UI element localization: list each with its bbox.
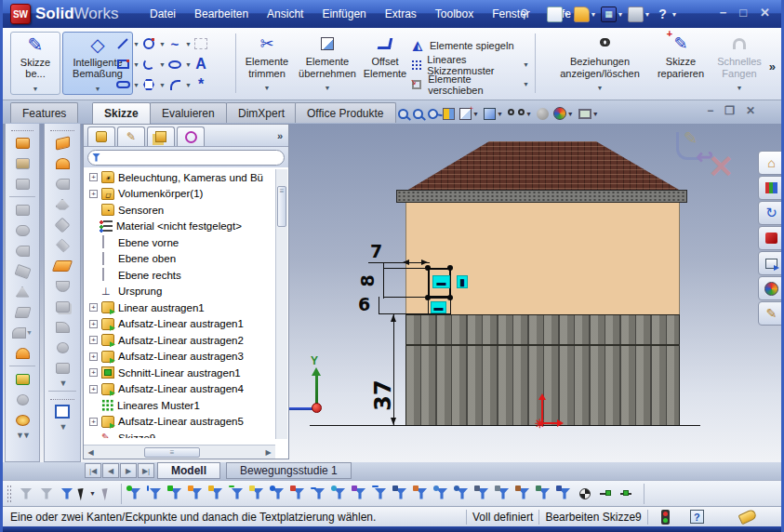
- zoom-to-fit-button[interactable]: [397, 108, 409, 120]
- help-button[interactable]: ?▼: [654, 4, 679, 24]
- filter-balloons-button[interactable]: [452, 484, 472, 504]
- menu-ansicht[interactable]: Ansicht: [258, 4, 312, 24]
- tree-item-right-plane[interactable]: Ebene rechts: [84, 267, 288, 284]
- ribbon-overflow-button[interactable]: »: [769, 60, 776, 73]
- filter-gtols-button[interactable]: [472, 484, 493, 504]
- fillet-dropdown[interactable]: ▼: [185, 82, 193, 88]
- scene-button[interactable]: ▼: [578, 108, 600, 120]
- filter-sketch-points-button[interactable]: [268, 484, 288, 504]
- new-document-button[interactable]: ▼: [546, 4, 571, 24]
- tree-item-boss-extrude1[interactable]: Aufsatz-Linear austragen1: [84, 316, 288, 333]
- offset-entities-button[interactable]: OffsetElemente: [362, 32, 408, 95]
- menu-extras[interactable]: Extras: [376, 4, 426, 24]
- features-toolbar-expand-chevron[interactable]: ▼▼: [6, 431, 39, 440]
- zoom-to-selection-button[interactable]: [427, 108, 439, 120]
- last-tab-button[interactable]: ▶|: [138, 463, 154, 478]
- polygon-tool[interactable]: [140, 76, 157, 93]
- sketch-vertex[interactable]: [447, 265, 453, 271]
- appearances-button[interactable]: ▼: [552, 106, 575, 121]
- display-delete-relations-button[interactable]: Beziehungenanzeigen/löschen ▼: [553, 32, 646, 95]
- extruded-boss-icon[interactable]: [11, 133, 33, 153]
- tag-icon[interactable]: [738, 509, 758, 525]
- menu-datei[interactable]: Datei: [140, 4, 185, 24]
- filter-routing-points-button[interactable]: [616, 484, 636, 504]
- toolbar-grip[interactable]: [7, 485, 12, 503]
- featuremanager-tab[interactable]: [87, 126, 115, 146]
- tree-item-cut-extrude1[interactable]: Schnitt-Linear austragen1: [84, 365, 288, 381]
- select-tool-button[interactable]: ▼: [77, 484, 98, 504]
- hscroll-left-arrow[interactable]: ◀: [84, 448, 98, 457]
- dimension-7[interactable]: 7: [370, 241, 382, 261]
- tree-item-front-plane[interactable]: Ebene vorne: [84, 234, 288, 251]
- expand-toggle[interactable]: [89, 173, 98, 181]
- fillet-tool[interactable]: [166, 76, 183, 93]
- view-palette-button[interactable]: [758, 251, 784, 275]
- tree-vertical-scrollbar[interactable]: [275, 169, 287, 439]
- appearances-scenes-button[interactable]: [758, 276, 784, 300]
- extruded-surface-icon[interactable]: [51, 133, 73, 153]
- arc-tool[interactable]: [140, 56, 157, 73]
- expand-toggle[interactable]: [89, 368, 98, 377]
- configurationmanager-tab[interactable]: [147, 126, 175, 146]
- filter-faces-button[interactable]: [166, 484, 186, 504]
- filter-annotations-button[interactable]: [411, 484, 432, 504]
- horizontal-constraint-badge[interactable]: ▬: [431, 301, 446, 313]
- hide-show-items-button[interactable]: ▼: [507, 108, 533, 119]
- view-orientation-button[interactable]: +▼: [458, 107, 480, 121]
- repair-sketch-button[interactable]: +✎ Skizzereparieren: [652, 32, 710, 95]
- window-maximize-button[interactable]: □: [739, 6, 747, 20]
- line-dropdown[interactable]: ▼: [133, 41, 140, 47]
- model-roof[interactable]: [408, 141, 679, 190]
- tab-skizze[interactable]: Skizze: [92, 102, 151, 124]
- line-tool[interactable]: [114, 35, 131, 52]
- tree-item-linear-pattern1[interactable]: Lineares Muster1: [84, 397, 288, 414]
- save-button[interactable]: ▦▼: [600, 4, 625, 24]
- cancel-sketch-ghost-icon[interactable]: ✕: [708, 148, 735, 185]
- filter-centerlines-button[interactable]: [370, 484, 391, 504]
- design-library-button[interactable]: [758, 176, 784, 200]
- filter-planes-button[interactable]: [247, 484, 268, 504]
- filter-center-marks-button[interactable]: [350, 484, 370, 504]
- filter-toggle-button[interactable]: [16, 484, 36, 504]
- expand-toggle[interactable]: [89, 385, 98, 393]
- select-all-filters-button[interactable]: [57, 484, 77, 504]
- document-minimize-button[interactable]: −: [707, 104, 713, 117]
- prev-tab-button[interactable]: ◀: [102, 463, 119, 478]
- standard-views-cube-icon[interactable]: [51, 402, 73, 421]
- solidworks-resources-button[interactable]: ⌂: [758, 151, 784, 175]
- slot-dropdown[interactable]: ▼: [133, 82, 140, 88]
- filter-edges-button[interactable]: [145, 484, 166, 504]
- tree-item-lights[interactable]: ☀Beleuchtung, Kameras und Bü: [84, 169, 288, 186]
- model-concrete-ledge[interactable]: [396, 190, 687, 203]
- tree-vscroll-thumb[interactable]: [277, 186, 286, 227]
- next-tab-button[interactable]: ▶: [120, 463, 137, 478]
- document-close-button[interactable]: ✕: [746, 104, 755, 117]
- tree-item-solid-bodies[interactable]: ◻Volumenkörper(1): [84, 186, 288, 203]
- horizontal-constraint-badge[interactable]: ▬: [432, 275, 450, 288]
- first-tab-button[interactable]: |◀: [85, 463, 101, 478]
- dimension-8[interactable]: 8: [357, 274, 378, 286]
- planar-surface-icon[interactable]: [51, 256, 73, 275]
- tree-item-origin[interactable]: ⊥Ursprung: [84, 284, 288, 300]
- menu-toolbox[interactable]: Toolbox: [426, 4, 483, 24]
- clear-all-filters-button[interactable]: [36, 484, 57, 504]
- spline-tool[interactable]: ~: [166, 35, 183, 52]
- filter-weld-symbols-button[interactable]: [513, 484, 534, 504]
- tab-bewegungsstudie[interactable]: Bewegungsstudie 1: [226, 462, 352, 479]
- document-restore-button[interactable]: ❐: [724, 104, 735, 117]
- search-button[interactable]: [758, 226, 784, 250]
- dimension-37[interactable]: 37: [370, 379, 396, 410]
- ellipse-dropdown[interactable]: ▼: [185, 61, 193, 68]
- filter-midpoints-button[interactable]: [329, 484, 350, 504]
- circle-tool[interactable]: [140, 35, 157, 52]
- expand-toggle[interactable]: [89, 418, 98, 426]
- tree-tabs-overflow[interactable]: »: [277, 130, 283, 141]
- reference-geometry-icon[interactable]: [11, 369, 33, 389]
- filter-connection-points-button[interactable]: [595, 484, 616, 504]
- sketch-button[interactable]: ✎ Skizzebe... ▼: [10, 32, 60, 95]
- circle-dropdown[interactable]: ▼: [159, 41, 166, 47]
- linear-sketch-pattern-button[interactable]: Lineares Skizzenmuster ▼: [410, 55, 529, 74]
- rectangle-dropdown[interactable]: ▼: [133, 61, 140, 68]
- tree-item-sensors[interactable]: ◔Sensoren: [84, 202, 288, 219]
- shell-icon[interactable]: [11, 343, 33, 363]
